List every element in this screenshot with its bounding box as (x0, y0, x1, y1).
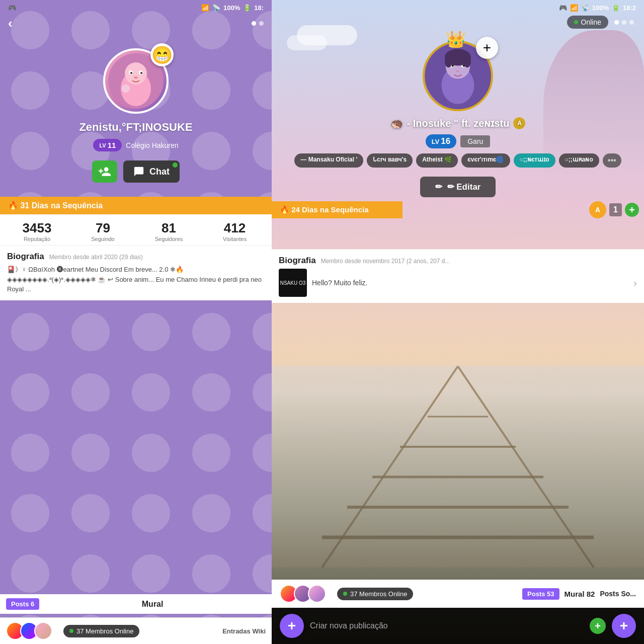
right-streak-text: 🔥 24 Dias na Sequência (280, 205, 369, 214)
right-battery: 100% (592, 4, 609, 12)
right-bio-text: Hello? Muito feliz. (312, 279, 628, 287)
left-member-since: Membro desde abril 2020 (29 dias) (49, 254, 143, 261)
svg-point-6 (140, 72, 142, 74)
right-member-since: Membro desde novembro 2017 (2 anos, 207 … (321, 258, 450, 265)
dot-1 (252, 21, 256, 26)
right-top-bar: Online (272, 14, 644, 31)
right-dot-2 (622, 20, 626, 25)
right-streak-row: 🔥 24 Dias na Sequência A 1 + (272, 201, 644, 218)
right-page-dots (614, 20, 634, 25)
right-bottom-top: 37 Membros Online Posts 53 Mural 82 Post… (272, 580, 644, 608)
lv-num: 11 (108, 141, 116, 149)
tag-mansaku[interactable]: — Mansaku Oficial ' (294, 153, 363, 168)
bio-thumbnail: NSAKU O3 (279, 269, 307, 297)
left-streak-text: 🔥 31 Dias na Sequência (8, 201, 103, 210)
tag-cry[interactable]: ᒐcrч вавч's (367, 153, 413, 168)
chat-icon (133, 166, 144, 177)
svg-point-27 (463, 54, 471, 67)
aminos-plus-button[interactable]: + (625, 203, 639, 217)
hedgehog-emoji: 🦔 (390, 117, 403, 129)
right-dot-3 (629, 20, 634, 25)
svg-point-5 (130, 72, 132, 74)
right-battery-icon: 🔋 (612, 4, 620, 12)
follow-button[interactable] (92, 160, 117, 183)
right-username: 🦔 - Inosuke " ft. zeɴɪstu A (390, 117, 526, 129)
right-bio-section: Biografia Membro desde novembro 2017 (2 … (272, 249, 644, 303)
battery-icon-left: 🔋 (243, 4, 251, 12)
svg-point-8 (122, 85, 130, 93)
right-bottom-footer: + Criar nova publicação + + (272, 608, 644, 644)
left-posts-label[interactable]: Posts 6 (6, 598, 39, 610)
tag-more[interactable]: ••• (603, 153, 621, 168)
right-bio-header: Biografia Membro desde novembro 2017 (2 … (279, 256, 637, 266)
stat-visitantes-label: Visitantes (223, 236, 247, 242)
plus-icon: + (483, 40, 491, 56)
right-bio-content-row: NSAKU O3 Hello? Muito feliz. › (279, 269, 637, 297)
right-posts-so-label[interactable]: Posts So... (600, 590, 636, 598)
stat-reputacao-value: 3453 (23, 221, 52, 234)
left-bottom-footer: 37 Membros Online Entradas Wiki (0, 617, 272, 644)
fab-button-green[interactable]: + (590, 618, 606, 634)
svg-point-2 (125, 62, 147, 85)
right-online-dot (574, 20, 578, 24)
left-level-badge: LV 11 Colégio Hakuren (93, 139, 178, 151)
tag-murano[interactable]: ○;;ɯʀaɴo (559, 153, 599, 168)
left-lv-badge: LV 11 (93, 139, 122, 151)
left-bio-title: Biografia (7, 252, 44, 262)
right-app-icon: 🎮 (559, 4, 567, 12)
battery-left: 100% (223, 4, 240, 12)
fab-button-left[interactable]: + (280, 614, 304, 638)
svg-point-7 (134, 76, 138, 78)
left-posts-bar: Posts 6 Mural (0, 594, 272, 614)
stat-seguidores-value: 81 (162, 221, 176, 234)
svg-rect-9 (272, 366, 644, 568)
tag-atheist[interactable]: Atheist 🌿 (416, 153, 458, 168)
edit-button[interactable]: ✏ ✏ Editar (420, 177, 496, 197)
svg-line-10 (322, 366, 458, 568)
right-status-bar: 🎮 📶 📡 100% 🔋 18:2 (272, 0, 644, 14)
fab-button-right[interactable]: + (612, 614, 636, 638)
tag-netsuo[interactable]: ○;;ɴєтɯɪo (514, 153, 555, 168)
right-time: 18:2 (623, 4, 636, 12)
follow-icon (98, 165, 111, 178)
bio-arrow[interactable]: › (633, 277, 637, 289)
wifi-icon: 📶 (201, 4, 209, 12)
right-avatar-section: 👑 + (272, 41, 644, 148)
left-online-pill: 37 Membros Online (63, 625, 139, 637)
crown-icon: 👑 (446, 30, 466, 49)
chat-online-dot (173, 163, 178, 168)
online-indicator (69, 629, 73, 633)
page-dots (252, 21, 264, 26)
bio-thumb-text: NSAKU O3 (280, 280, 306, 286)
left-avatar-emoji: 😁 (150, 43, 174, 66)
app-icon-left: 🎮 (8, 4, 16, 12)
right-online-indicator (343, 592, 347, 596)
right-wifi: 📶 (570, 4, 578, 12)
left-mural-label[interactable]: Mural (142, 600, 164, 609)
left-avatar-wrapper: 😁 (103, 48, 169, 114)
back-button[interactable]: ‹ (8, 16, 13, 31)
new-post-placeholder[interactable]: Criar nova publicação (310, 621, 584, 630)
left-panel: 🎮 📶 📡 100% 🔋 18: ‹ (0, 0, 272, 644)
chat-label: Chat (149, 167, 170, 177)
chat-button[interactable]: Chat (123, 160, 180, 183)
right-bio-title: Biografia (279, 256, 316, 266)
stat-visitantes: 412 Visitantes (202, 221, 268, 242)
left-action-buttons: Chat (92, 160, 180, 183)
right-lv-text: LV (432, 138, 440, 145)
right-posts-label[interactable]: Posts 53 (522, 588, 559, 600)
right-lv-badge: LV 16 (426, 134, 457, 148)
svg-point-26 (445, 54, 452, 67)
left-stats-row: 3453 Reputação 79 Seguindo 81 Seguidores… (0, 214, 272, 245)
tag-everytime[interactable]: єvєr'ıтımє🌀 (461, 153, 510, 168)
left-wiki-label[interactable]: Entradas Wiki (144, 627, 266, 635)
right-avatar-wrapper: 👑 + (423, 41, 493, 111)
stat-seguindo-label: Seguindo (91, 236, 115, 242)
online-badge: Online (567, 16, 608, 29)
right-bottom-labels: Posts 53 Mural 82 Posts So... (522, 588, 636, 600)
left-members-online: 37 Membros Online (76, 627, 133, 635)
edit-button-wrapper: ✏ ✏ Editar (282, 177, 634, 197)
right-mural-label[interactable]: Mural 82 (565, 590, 595, 598)
stat-seguidores: 81 Seguidores (136, 221, 202, 242)
right-aminos-area: A 1 + (584, 201, 644, 218)
